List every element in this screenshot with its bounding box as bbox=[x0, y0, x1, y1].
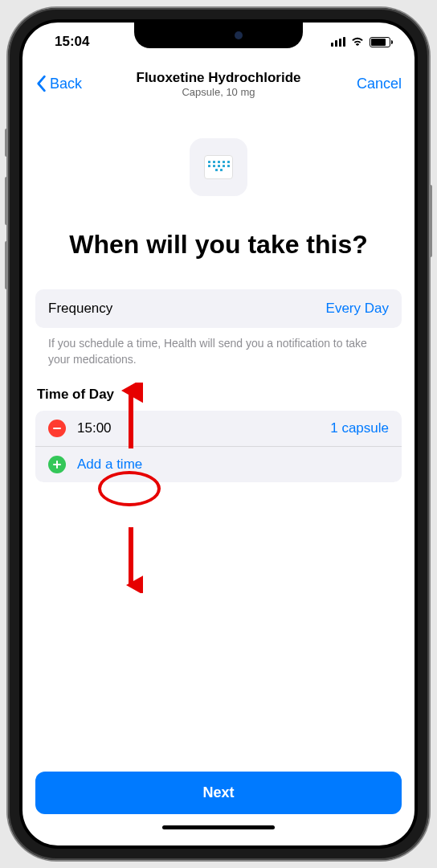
home-indicator[interactable] bbox=[162, 825, 275, 829]
frequency-value: Every Day bbox=[326, 301, 389, 317]
nav-subtitle: Capsule, 10 mg bbox=[137, 86, 301, 98]
battery-icon bbox=[370, 37, 390, 47]
page-heading: When will you take this? bbox=[35, 228, 402, 260]
dose-value[interactable]: 1 capsule bbox=[330, 420, 389, 436]
remove-time-button[interactable] bbox=[48, 420, 66, 437]
volume-down-button bbox=[5, 241, 8, 289]
add-time-label: Add a time bbox=[77, 457, 142, 473]
volume-up-button bbox=[5, 177, 8, 225]
chevron-left-icon bbox=[35, 75, 47, 92]
time-value[interactable]: 15:00 bbox=[77, 420, 112, 436]
screen: 15:04 Back Fluoxetine Hydrochloride bbox=[22, 23, 415, 845]
svg-rect-0 bbox=[53, 428, 61, 429]
nav-title: Fluoxetine Hydrochloride bbox=[137, 70, 301, 86]
frequency-row[interactable]: Frequency Every Day bbox=[35, 289, 402, 328]
back-label: Back bbox=[50, 76, 82, 92]
phone-frame: 15:04 Back Fluoxetine Hydrochloride bbox=[8, 8, 429, 860]
status-icons bbox=[331, 34, 390, 50]
content: When will you take this? Frequency Every… bbox=[22, 106, 415, 498]
schedule-hint: If you schedule a time, Health will send… bbox=[35, 328, 402, 387]
notch bbox=[134, 23, 303, 48]
nav-title-group: Fluoxetine Hydrochloride Capsule, 10 mg bbox=[137, 70, 301, 98]
time-row: 15:00 1 capsule bbox=[35, 411, 402, 446]
time-list: 15:00 1 capsule Add a time bbox=[35, 411, 402, 482]
phone-bezel: 15:04 Back Fluoxetine Hydrochloride bbox=[19, 19, 418, 849]
minus-icon bbox=[52, 424, 62, 433]
cellular-signal-icon bbox=[331, 37, 345, 47]
power-button bbox=[429, 185, 432, 257]
nav-bar: Back Fluoxetine Hydrochloride Capsule, 1… bbox=[22, 61, 415, 106]
add-time-row[interactable]: Add a time bbox=[35, 446, 402, 482]
annotation-arrow-down bbox=[119, 524, 143, 593]
back-button[interactable]: Back bbox=[35, 75, 82, 92]
wifi-icon bbox=[350, 34, 365, 50]
next-button[interactable]: Next bbox=[35, 772, 402, 814]
footer: Next bbox=[22, 772, 415, 845]
cancel-button[interactable]: Cancel bbox=[357, 76, 402, 92]
calendar-icon bbox=[190, 138, 247, 196]
status-time: 15:04 bbox=[55, 34, 89, 50]
mute-switch bbox=[5, 129, 8, 157]
frequency-label: Frequency bbox=[48, 301, 112, 317]
time-of-day-title: Time of Day bbox=[35, 387, 402, 411]
plus-icon bbox=[52, 460, 62, 469]
add-time-button[interactable] bbox=[48, 456, 66, 473]
schedule-illustration bbox=[35, 138, 402, 196]
svg-rect-2 bbox=[56, 461, 58, 469]
